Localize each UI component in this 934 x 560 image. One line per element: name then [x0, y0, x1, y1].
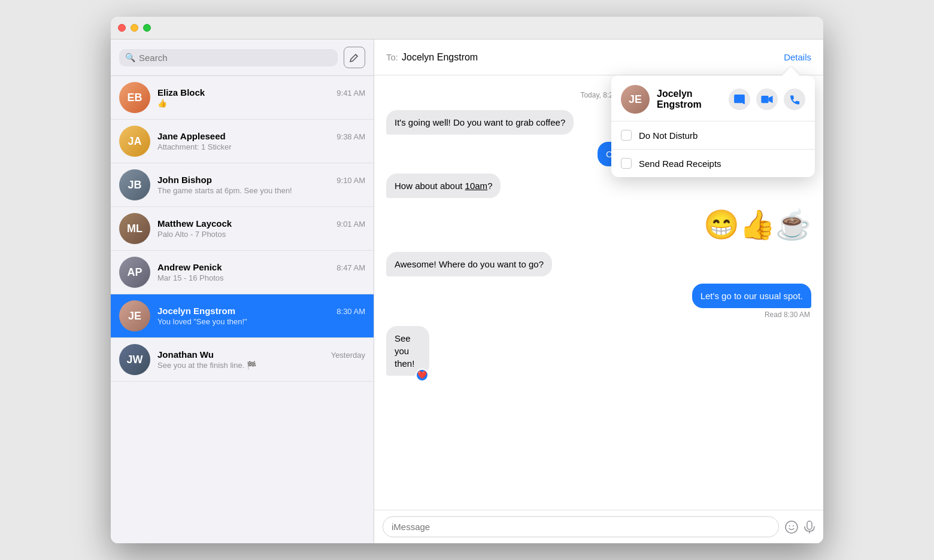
conversation-item-andrew-penick[interactable]: AP Andrew Penick 8:47 AM Mar 15 - 16 Pho…: [111, 251, 374, 294]
conv-time: 9:10 AM: [336, 176, 365, 185]
conv-name: John Bishop: [157, 175, 212, 185]
read-receipt: Read 8:30 AM: [386, 311, 810, 319]
to-label: To:: [386, 52, 398, 62]
avatar: JA: [119, 126, 150, 157]
conversation-item-jonathan-wu[interactable]: JW Jonathan Wu Yesterday See you at the …: [111, 338, 374, 382]
do-not-disturb-checkbox[interactable]: [621, 130, 632, 141]
phone-call-button[interactable]: [784, 89, 805, 110]
message-row: See you then! ❤️: [386, 326, 811, 376]
compose-button[interactable]: [344, 47, 365, 68]
sidebar: 🔍 EB Eli: [111, 39, 374, 543]
conversation-item-jane-appleseed[interactable]: JA Jane Appleseed 9:38 AM Attachment: 1 …: [111, 120, 374, 163]
conversation-item-john-bishop[interactable]: JB John Bishop 9:10 AM The game starts a…: [111, 163, 374, 207]
traffic-lights: [118, 24, 151, 32]
svg-point-1: [789, 525, 790, 526]
message-bubble: How about about 10am?: [386, 174, 501, 198]
svg-point-2: [793, 525, 794, 526]
app-window: 🔍 EB Eli: [111, 17, 823, 543]
svg-point-0: [786, 521, 797, 533]
conv-time: 9:41 AM: [336, 89, 365, 98]
message-bubble: It's going well! Do you want to grab cof…: [386, 110, 574, 135]
avatar: JW: [119, 344, 150, 375]
avatar: JE: [119, 300, 150, 331]
chat-area: To: Jocelyn Engstrom Details Today, 8:25…: [374, 39, 823, 543]
emoji-button[interactable]: [785, 521, 798, 534]
title-bar: [111, 17, 823, 39]
conv-preview: Attachment: 1 Sticker: [157, 142, 365, 151]
conv-time: Yesterday: [331, 351, 365, 360]
conv-preview: You loved "See you then!": [157, 317, 365, 326]
maximize-button[interactable]: [143, 24, 151, 32]
conv-preview: Mar 15 - 16 Photos: [157, 273, 365, 282]
svg-rect-5: [761, 96, 768, 103]
conv-time: 8:47 AM: [336, 263, 365, 272]
sidebar-header: 🔍: [111, 39, 374, 76]
message-row: Let's go to our usual spot.: [386, 284, 811, 308]
chat-header: To: Jocelyn Engstrom Details: [374, 39, 823, 75]
conv-name: Matthew Laycock: [157, 218, 232, 229]
search-icon: 🔍: [125, 53, 135, 62]
main-content: 🔍 EB Eli: [111, 39, 823, 543]
message-bubble: Let's go to our usual spot.: [692, 284, 811, 308]
do-not-disturb-label: Do Not Disturb: [639, 130, 698, 141]
message-action-button[interactable]: [729, 89, 750, 110]
conv-name: Jonathan Wu: [157, 349, 214, 360]
message-row: Awesome! Where do you want to go?: [386, 252, 811, 276]
conv-time: 9:38 AM: [336, 132, 365, 141]
send-read-receipts-checkbox[interactable]: [621, 158, 632, 169]
details-button[interactable]: Details: [784, 52, 811, 62]
avatar: ML: [119, 213, 150, 244]
conv-name: Andrew Penick: [157, 262, 222, 272]
conv-name: Jane Appleseed: [157, 131, 226, 141]
search-input[interactable]: [139, 53, 332, 63]
popover-header: JE Jocelyn Engstrom: [611, 75, 815, 121]
reaction-badge: ❤️: [416, 369, 429, 382]
recipient-name: Jocelyn Engstrom: [402, 52, 478, 63]
send-read-receipts-label: Send Read Receipts: [639, 159, 721, 169]
message-row: 😁👍☕: [386, 205, 811, 245]
minimize-button[interactable]: [131, 24, 138, 32]
conv-name: Jocelyn Engstrom: [157, 306, 235, 316]
search-bar[interactable]: 🔍: [119, 49, 338, 66]
svg-rect-3: [807, 521, 812, 529]
underlined-text: 10am: [465, 181, 488, 191]
conv-preview: See you at the finish line. 🏁: [157, 361, 365, 370]
avatar: JB: [119, 169, 150, 200]
message-bubble: Awesome! Where do you want to go?: [386, 252, 552, 276]
conversation-item-eliza-block[interactable]: EB Eliza Block 9:41 AM 👍: [111, 76, 374, 120]
conversation-item-jocelyn-engstrom[interactable]: JE Jocelyn Engstrom 8:30 AM You loved "S…: [111, 294, 374, 338]
conv-time: 9:01 AM: [336, 220, 365, 229]
avatar: AP: [119, 257, 150, 288]
avatar: EB: [119, 82, 150, 113]
conversation-list: EB Eliza Block 9:41 AM 👍 JA: [111, 76, 374, 543]
conv-preview: Palo Alto - 7 Photos: [157, 230, 365, 239]
conv-preview: The game starts at 6pm. See you then!: [157, 186, 365, 195]
conv-name: Eliza Block: [157, 87, 205, 98]
video-call-button[interactable]: [756, 89, 778, 110]
send-read-receipts-option[interactable]: Send Read Receipts: [611, 150, 815, 177]
details-popover: JE Jocelyn Engstrom: [611, 75, 815, 177]
message-bubble-emoji: 😁👍☕: [703, 205, 811, 245]
message-row: How about about 10am?: [386, 174, 811, 198]
chat-input-area: [374, 510, 823, 543]
message-input[interactable]: [383, 516, 779, 537]
popover-avatar: JE: [621, 85, 650, 114]
conv-time: 8:30 AM: [336, 307, 365, 316]
audio-button[interactable]: [804, 521, 815, 534]
do-not-disturb-option[interactable]: Do Not Disturb: [611, 121, 815, 150]
conv-preview: 👍: [157, 99, 365, 108]
popover-contact-name: Jocelyn Engstrom: [657, 89, 721, 110]
close-button[interactable]: [118, 24, 126, 32]
popover-actions: [729, 89, 805, 110]
conversation-item-matthew-laycock[interactable]: ML Matthew Laycock 9:01 AM Palo Alto - 7…: [111, 207, 374, 251]
